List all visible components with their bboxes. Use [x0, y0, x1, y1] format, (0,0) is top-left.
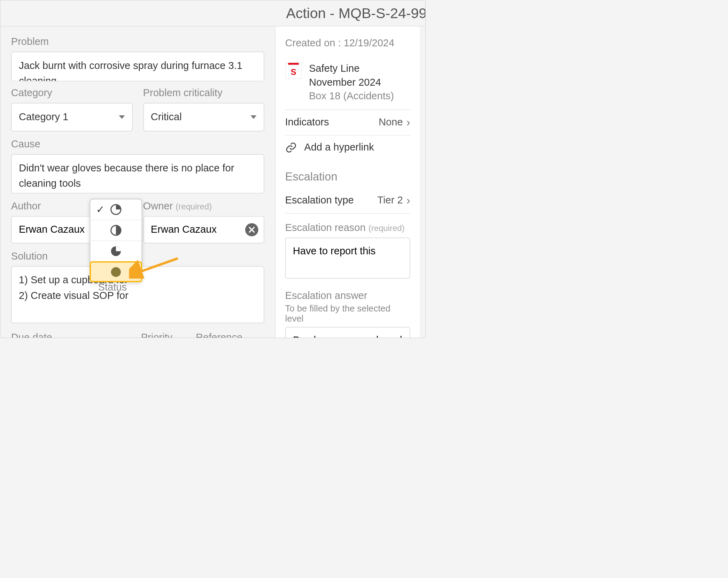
svg-point-12	[111, 267, 121, 277]
hyperlink-row[interactable]: Add a hyperlink	[285, 136, 410, 159]
status-option-half[interactable]	[90, 220, 141, 241]
close-icon	[249, 227, 255, 233]
indicators-label: Indicators	[285, 116, 329, 128]
created-on-label: Created on :	[285, 37, 341, 48]
chevron-down-icon	[250, 115, 256, 119]
clear-owner-button[interactable]	[245, 223, 258, 237]
chevron-right-icon: ›	[406, 194, 410, 207]
problem-field[interactable]	[11, 52, 264, 82]
svg-line-13	[137, 259, 178, 273]
source-title: Safety Line	[309, 62, 410, 76]
category-label: Category	[11, 87, 132, 99]
arrow-annotation	[129, 255, 183, 278]
owner-label: Owner (required)	[143, 201, 264, 213]
check-icon: ✓	[96, 203, 104, 216]
created-on-date: 12/19/2024	[344, 37, 395, 48]
escalation-reason-field[interactable]	[285, 237, 410, 279]
cause-label: Cause	[11, 139, 264, 151]
source-section: S Safety Line November 2024 Box 18 (Acci…	[285, 56, 410, 110]
link-icon	[285, 141, 297, 153]
escalation-reason-label: Escalation reason (required)	[285, 222, 410, 234]
due-date-label: Due date	[11, 332, 87, 338]
owner-required-hint: (required)	[176, 202, 212, 211]
source-detail: Box 18 (Accidents)	[309, 90, 410, 103]
hyperlink-label: Add a hyperlink	[304, 141, 374, 153]
escalation-type-value: Tier 2	[377, 194, 403, 206]
escalation-answer-hint: To be filled by the selected level	[285, 303, 410, 324]
criticality-select[interactable]: Critical	[143, 103, 264, 131]
status-full-icon	[109, 265, 123, 278]
status-label: Status	[98, 282, 126, 293]
dialog-title: Action - MQB-S-24-9969	[286, 5, 426, 22]
problem-label: Problem	[11, 36, 264, 48]
cause-field[interactable]	[11, 154, 264, 193]
priority-label: Priority	[141, 332, 187, 338]
source-subtitle: November 2024	[309, 76, 410, 90]
escalation-type-row[interactable]: Escalation type Tier 2 ›	[285, 188, 410, 214]
esc-reason-required-hint: (required)	[369, 223, 405, 232]
category-select[interactable]: Category 1	[11, 103, 132, 131]
status-half-icon	[109, 224, 123, 237]
chevron-down-icon	[118, 115, 124, 119]
escalation-type-label: Escalation type	[285, 194, 354, 206]
sidebar: Created on : 12/19/2024 S Safety Line No…	[276, 26, 420, 338]
main-form: Problem Category Category 1 Problem crit…	[0, 26, 276, 338]
dialog-header: Action - MQB-S-24-9969	[0, 0, 426, 26]
owner-label-text: Owner	[143, 201, 173, 212]
status-option-quarter[interactable]: ✓	[90, 199, 141, 220]
owner-field-wrap	[143, 216, 264, 244]
source-icon: S	[285, 62, 302, 79]
status-quarter-icon	[109, 203, 123, 216]
indicators-row[interactable]: Indicators None ›	[285, 110, 410, 136]
criticality-label: Problem criticality	[143, 87, 264, 99]
escalation-answer-label: Escalation answer	[285, 290, 410, 302]
indicators-value: None	[379, 116, 403, 128]
chevron-right-icon: ›	[406, 116, 410, 129]
criticality-value: Critical	[151, 111, 182, 123]
created-on: Created on : 12/19/2024	[285, 37, 410, 49]
escalation-answer-field[interactable]	[285, 327, 410, 338]
reference-label: Reference	[196, 332, 264, 338]
esc-reason-label-text: Escalation reason	[285, 222, 366, 233]
status-three-quarter-icon	[109, 245, 123, 258]
escalation-heading: Escalation	[285, 170, 410, 183]
category-value: Category 1	[19, 111, 68, 123]
